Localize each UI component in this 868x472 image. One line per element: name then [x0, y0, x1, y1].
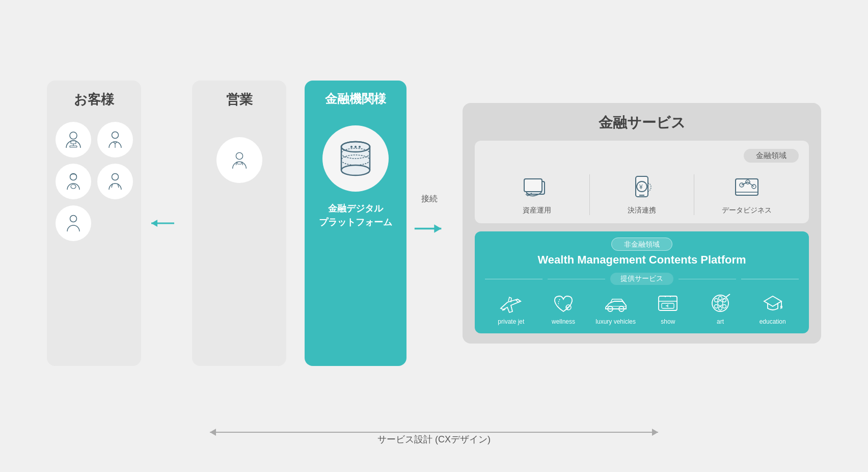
- svg-point-0: [70, 132, 77, 139]
- eigyo-person-circle: [216, 137, 262, 183]
- right-section: 金融サービス 金融領域: [463, 103, 821, 344]
- svg-point-51: [715, 305, 718, 308]
- db-circle: [322, 125, 389, 192]
- teikyou-label: 提供サービス: [610, 273, 673, 285]
- service-show-label: show: [661, 318, 675, 325]
- db-area: 金融デジタル プラットフォーム: [319, 125, 392, 229]
- hikinyu-box: 非金融領域 Wealth Management Contents Platfor…: [475, 231, 809, 333]
- person-3: [56, 164, 91, 199]
- kinyu-kikan-column: 金融機関様: [305, 81, 406, 366]
- db-label: 金融デジタル プラットフォーム: [319, 202, 392, 229]
- diagram-area: お客様: [47, 32, 821, 414]
- service-jet-label: private jet: [498, 318, 524, 325]
- arrow-left: [146, 216, 177, 231]
- service-car-col: luxury vehicles: [589, 292, 642, 325]
- kinyu-service-title: 金融サービス: [475, 113, 809, 133]
- service-wellness-label: wellness: [552, 318, 575, 325]
- service-art-label: art: [717, 318, 724, 325]
- kinyu-service-outer: 金融サービス 金融領域: [463, 103, 821, 344]
- service-show-col: show: [642, 292, 694, 325]
- okyakusama-title: お客様: [74, 91, 114, 109]
- svg-marker-26: [434, 224, 441, 232]
- bottom-section: サービス設計 (CXデザイン): [47, 425, 821, 440]
- service-education-col: education: [746, 292, 799, 325]
- bottom-label: サービス設計 (CXデザイン): [377, 434, 491, 444]
- service-jet-col: private jet: [485, 292, 537, 325]
- svg-point-24: [359, 146, 361, 148]
- svg-point-47: [719, 297, 722, 300]
- eigyo-column: 営業: [192, 81, 286, 366]
- svg-point-50: [719, 307, 722, 310]
- svg-point-12: [236, 152, 242, 159]
- bottom-label-container: サービス設計 (CXデザイン): [377, 433, 491, 445]
- setsuzo-label: 接続: [421, 194, 438, 204]
- service-shisan-label: 資産運用: [523, 206, 551, 215]
- svg-line-53: [726, 294, 730, 297]
- svg-point-16: [341, 165, 370, 175]
- person-4: [97, 164, 133, 199]
- service-art-col: art: [694, 292, 747, 325]
- svg-rect-3: [70, 146, 77, 147]
- svg-rect-33: [736, 179, 758, 195]
- svg-point-46: [715, 299, 718, 302]
- hikinyu-label: 非金融領域: [611, 238, 672, 251]
- svg-point-4: [112, 132, 118, 139]
- kinyu-kikan-title: 金融機関様: [325, 91, 386, 107]
- wmcp-title: Wealth Management Contents Platform: [485, 253, 799, 267]
- service-kessai-col: ¥ 決済連携: [590, 174, 694, 215]
- service-data-label: データビジネス: [722, 206, 772, 215]
- svg-text:¥: ¥: [639, 183, 643, 191]
- person-2: [97, 122, 133, 158]
- lifestyle-icons-row: private jet wellness: [485, 292, 799, 325]
- okyakusama-people: [56, 122, 133, 241]
- svg-point-8: [112, 174, 118, 180]
- person-1: [56, 122, 91, 158]
- setsuzo-arrow: 接続: [412, 209, 447, 238]
- svg-point-7: [71, 185, 76, 189]
- service-education-label: education: [760, 318, 786, 325]
- eigyo-person: [216, 137, 262, 183]
- svg-marker-58: [210, 429, 216, 436]
- svg-rect-28: [524, 179, 542, 192]
- svg-point-23: [355, 146, 357, 148]
- service-kessai-label: 決済連携: [628, 206, 656, 215]
- svg-point-52: [718, 301, 723, 306]
- service-data-col: データビジネス: [694, 174, 799, 215]
- svg-point-9: [70, 216, 76, 222]
- svg-marker-54: [764, 296, 781, 306]
- svg-point-49: [723, 305, 726, 308]
- kinyu-ryoiki-box: 金融領域 資産運用: [475, 141, 809, 223]
- person-5: [56, 205, 91, 241]
- svg-marker-11: [151, 220, 157, 227]
- main-container: お客様: [26, 22, 842, 450]
- service-shisan-col: 資産運用: [485, 174, 589, 215]
- kinyu-icons-row: 資産運用 ¥ 決済連携: [485, 174, 799, 215]
- svg-point-45: [712, 295, 728, 311]
- kinyu-ryoiki-label: 金融領域: [744, 149, 799, 163]
- svg-marker-59: [652, 429, 658, 436]
- service-car-label: luxury vehicles: [595, 318, 636, 325]
- eigyo-title: 営業: [226, 91, 253, 109]
- teikyou-row: 提供サービス: [485, 273, 799, 285]
- svg-point-22: [350, 146, 352, 148]
- service-wellness-col: wellness: [537, 292, 590, 325]
- okyakusama-column: お客様: [47, 81, 141, 366]
